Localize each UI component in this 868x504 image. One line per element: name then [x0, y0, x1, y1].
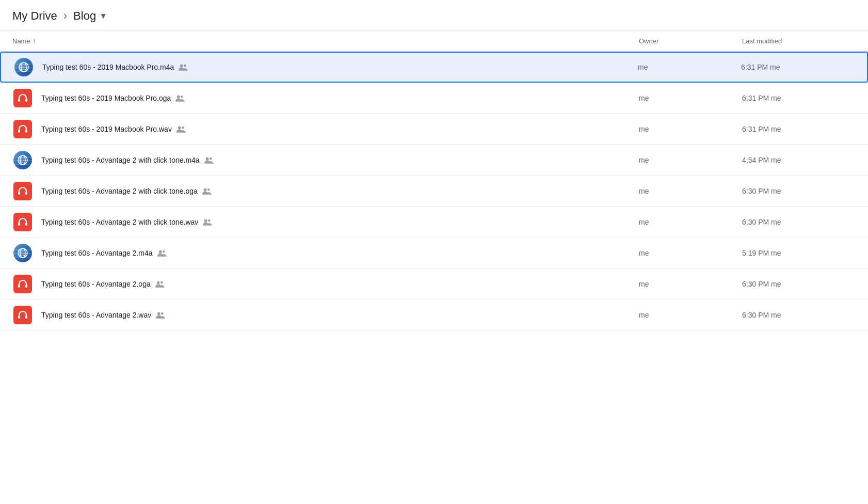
svg-rect-37 [18, 285, 20, 288]
file-name-cell: Typing test 60s - Advantage 2 with click… [41, 156, 639, 164]
svg-point-39 [156, 281, 159, 284]
file-name-cell: Typing test 60s - Advantage 2.m4a [41, 249, 639, 257]
file-modified-cell: 6:31 PM me [742, 125, 856, 133]
svg-rect-22 [18, 192, 20, 195]
shared-icon [175, 94, 185, 102]
file-owner-cell: me [639, 249, 742, 257]
svg-rect-7 [18, 99, 20, 102]
column-modified-header[interactable]: Last modified [742, 37, 856, 45]
table-header: Name ↑ Owner Last modified [0, 30, 868, 52]
svg-point-9 [177, 95, 180, 98]
file-modified-cell: 6:30 PM me [742, 311, 856, 319]
file-modified-cell: 6:31 PM me [741, 63, 855, 71]
file-name-cell: Typing test 60s - Advantage 2 with click… [41, 218, 639, 226]
my-drive-link[interactable]: My Drive [12, 9, 57, 23]
svg-point-29 [208, 219, 211, 222]
audio-red-icon [13, 306, 32, 324]
shared-icon [176, 125, 186, 133]
table-row[interactable]: Typing test 60s - Advantage 2.m4a me5:19… [0, 238, 868, 269]
svg-rect-27 [25, 223, 27, 226]
svg-point-10 [181, 95, 183, 98]
svg-point-35 [158, 250, 162, 253]
blog-folder-link[interactable]: Blog ▼ [73, 9, 107, 23]
file-name-cell: Typing test 60s - Advantage 2 with click… [41, 187, 639, 195]
file-icon [12, 119, 33, 139]
file-name-text: Typing test 60s - Advantage 2 with click… [41, 218, 198, 226]
table-row[interactable]: Typing test 60s - 2019 Macbook Pro.m4a m… [0, 52, 868, 83]
column-owner-header[interactable]: Owner [639, 37, 742, 45]
dropdown-arrow-icon[interactable]: ▼ [99, 11, 107, 21]
file-owner-cell: me [639, 156, 742, 164]
svg-point-20 [205, 157, 208, 160]
svg-rect-26 [18, 223, 20, 226]
svg-rect-12 [25, 130, 27, 133]
file-owner-cell: me [639, 311, 742, 319]
file-name-text: Typing test 60s - 2019 Macbook Pro.m4a [42, 63, 174, 71]
name-label: Name [12, 37, 30, 45]
svg-rect-23 [25, 192, 27, 195]
column-name-header[interactable]: Name ↑ [12, 37, 639, 45]
file-icon [12, 181, 33, 201]
m4a-icon [13, 244, 32, 262]
audio-red-icon [13, 120, 32, 138]
blog-label: Blog [73, 9, 96, 23]
file-name-cell: Typing test 60s - 2019 Macbook Pro.m4a [42, 63, 638, 71]
table-row[interactable]: Typing test 60s - Advantage 2 with click… [0, 176, 868, 207]
file-name-text: Typing test 60s - Advantage 2.m4a [41, 249, 153, 257]
file-name-text: Typing test 60s - Advantage 2 with click… [41, 187, 198, 195]
svg-point-25 [207, 188, 210, 191]
file-name-text: Typing test 60s - 2019 Macbook Pro.wav [41, 125, 172, 133]
audio-red-icon [13, 213, 32, 231]
file-name-cell: Typing test 60s - 2019 Macbook Pro.wav [41, 125, 639, 133]
svg-point-13 [178, 126, 181, 129]
file-modified-cell: 4:54 PM me [742, 156, 856, 164]
file-list: Typing test 60s - 2019 Macbook Pro.m4a m… [0, 52, 868, 330]
svg-point-21 [210, 157, 212, 160]
file-icon [12, 88, 33, 108]
svg-point-40 [160, 281, 163, 284]
file-icon [12, 212, 33, 232]
file-icon [12, 243, 33, 263]
shared-icon [155, 280, 165, 288]
table-row[interactable]: Typing test 60s - Advantage 2.wav me6:30… [0, 300, 868, 330]
file-name-text: Typing test 60s - Advantage 2 with click… [41, 156, 200, 164]
file-modified-cell: 6:30 PM me [742, 280, 856, 288]
file-owner-cell: me [639, 280, 742, 288]
shared-icon [202, 187, 212, 195]
file-name-text: Typing test 60s - Advantage 2.wav [41, 311, 151, 319]
m4a-icon [14, 58, 33, 76]
svg-rect-41 [18, 316, 20, 319]
audio-red-icon [13, 275, 32, 293]
file-owner-cell: me [638, 63, 741, 71]
svg-point-24 [204, 188, 207, 191]
audio-red-icon [13, 89, 32, 107]
table-row[interactable]: Typing test 60s - 2019 Macbook Pro.oga m… [0, 83, 868, 114]
file-owner-cell: me [639, 187, 742, 195]
table-row[interactable]: Typing test 60s - Advantage 2.oga me6:30… [0, 269, 868, 300]
table-row[interactable]: Typing test 60s - 2019 Macbook Pro.wav m… [0, 114, 868, 145]
file-modified-cell: 6:30 PM me [742, 187, 856, 195]
breadcrumb-separator: › [63, 9, 67, 23]
file-modified-cell: 6:30 PM me [742, 218, 856, 226]
file-name-cell: Typing test 60s - 2019 Macbook Pro.oga [41, 94, 639, 102]
svg-point-6 [184, 65, 186, 67]
file-icon [13, 57, 34, 77]
file-name-text: Typing test 60s - 2019 Macbook Pro.oga [41, 94, 171, 102]
audio-red-icon [13, 182, 32, 200]
svg-point-5 [180, 65, 183, 68]
file-owner-cell: me [639, 94, 742, 102]
svg-point-28 [204, 219, 207, 222]
file-name-cell: Typing test 60s - Advantage 2.oga [41, 280, 639, 288]
file-icon [12, 274, 33, 294]
file-icon [12, 150, 33, 170]
table-row[interactable]: Typing test 60s - Advantage 2 with click… [0, 145, 868, 176]
file-modified-cell: 6:31 PM me [742, 94, 856, 102]
file-owner-cell: me [639, 218, 742, 226]
svg-rect-38 [25, 285, 27, 288]
svg-point-43 [157, 312, 160, 315]
file-modified-cell: 5:19 PM me [742, 249, 856, 257]
file-owner-cell: me [639, 125, 742, 133]
shared-icon [204, 156, 214, 164]
shared-icon [178, 63, 188, 71]
table-row[interactable]: Typing test 60s - Advantage 2 with click… [0, 207, 868, 238]
